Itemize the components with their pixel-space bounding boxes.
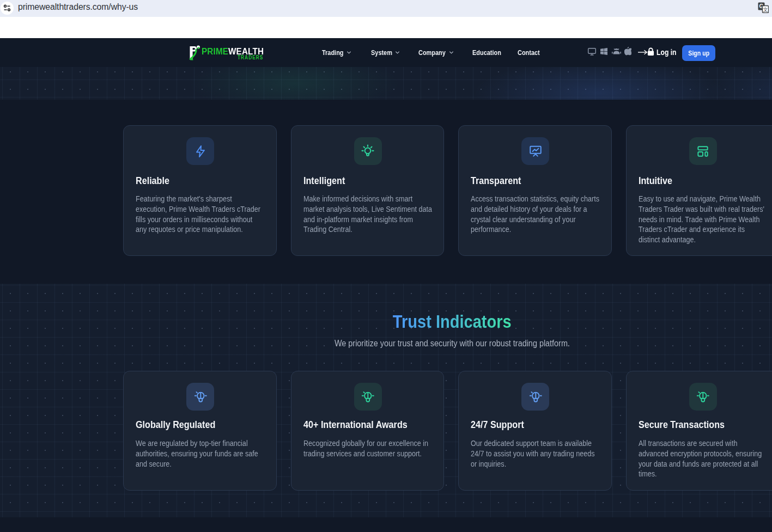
svg-text:文: 文 — [763, 7, 768, 13]
